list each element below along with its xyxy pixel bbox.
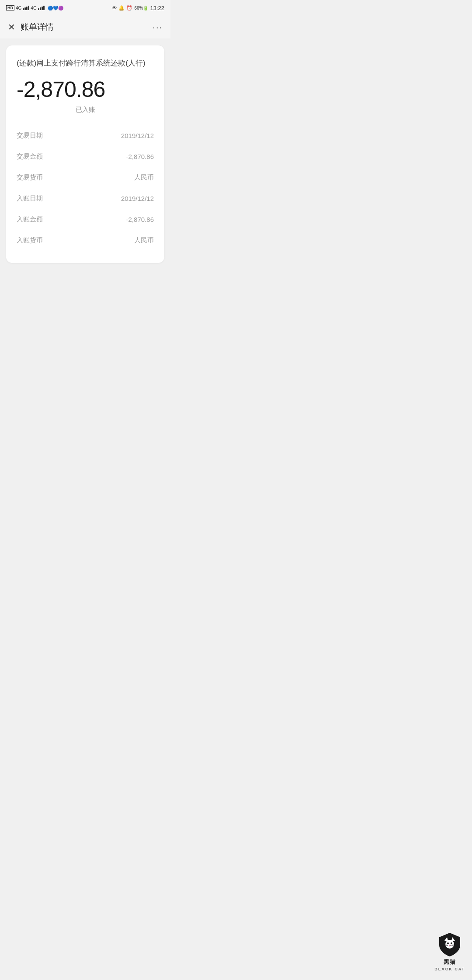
- detail-label: 入账金额: [17, 215, 43, 224]
- detail-value: -2,870.86: [126, 216, 154, 223]
- alarm-icon: ⏰: [126, 5, 132, 11]
- signal-bars-2: [38, 6, 45, 10]
- detail-label: 入账日期: [17, 194, 43, 203]
- signal-bars-1: [23, 6, 29, 10]
- detail-row: 入账货币人民币: [17, 230, 154, 251]
- eye-icon: 👁: [112, 5, 117, 10]
- detail-value: -2,870.86: [126, 153, 154, 160]
- transaction-amount: -2,870.86: [17, 77, 154, 102]
- app-icons: 🔵💙🟣: [48, 6, 63, 10]
- detail-label: 入账货币: [17, 236, 43, 245]
- nav-bar: ✕ 账单详情 ···: [0, 16, 170, 38]
- detail-value: 2019/12/12: [121, 132, 154, 139]
- status-bar: HD 4G 4G 🔵💙🟣 👁 🔔 ⏰ 66%🔋 13:22: [0, 0, 170, 16]
- status-left: HD 4G 4G 🔵💙🟣: [6, 5, 63, 10]
- more-button[interactable]: ···: [153, 22, 163, 32]
- detail-label: 交易日期: [17, 131, 43, 140]
- time-display: 13:22: [150, 5, 164, 11]
- detail-row: 交易金额-2,870.86: [17, 146, 154, 167]
- detail-value: 人民币: [134, 173, 154, 182]
- battery-indicator: 66%🔋: [134, 6, 148, 10]
- detail-label: 交易金额: [17, 152, 43, 161]
- close-icon[interactable]: ✕: [8, 23, 15, 31]
- detail-row: 入账日期2019/12/12: [17, 188, 154, 209]
- detail-rows: 交易日期2019/12/12交易金额-2,870.86交易货币人民币入账日期20…: [17, 125, 154, 251]
- detail-value: 人民币: [134, 236, 154, 245]
- detail-row: 交易货币人民币: [17, 167, 154, 188]
- network-4g-2: 4G: [31, 6, 36, 10]
- detail-label: 交易货币: [17, 173, 43, 182]
- close-button[interactable]: ✕ 账单详情: [8, 21, 54, 33]
- transaction-card: (还款)网上支付跨行清算系统还款(人行) -2,870.86 已入账 交易日期2…: [6, 45, 164, 263]
- transaction-title: (还款)网上支付跨行清算系统还款(人行): [17, 58, 154, 69]
- detail-row: 交易日期2019/12/12: [17, 125, 154, 146]
- detail-value: 2019/12/12: [121, 195, 154, 202]
- status-right: 👁 🔔 ⏰ 66%🔋 13:22: [112, 5, 164, 11]
- main-content: (还款)网上支付跨行清算系统还款(人行) -2,870.86 已入账 交易日期2…: [0, 38, 170, 270]
- notification-icon: 🔔: [118, 5, 125, 11]
- page-title: 账单详情: [21, 21, 54, 33]
- hd1-label: HD: [6, 5, 14, 10]
- detail-row: 入账金额-2,870.86: [17, 209, 154, 230]
- transaction-status: 已入账: [17, 106, 154, 114]
- network-4g: 4G: [16, 6, 21, 10]
